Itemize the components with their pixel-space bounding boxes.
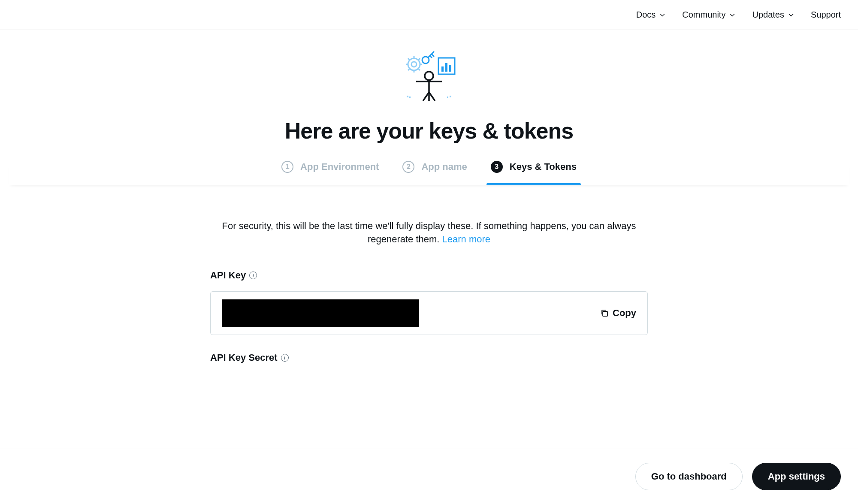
svg-point-0 [408, 58, 420, 70]
api-key-secret-label: API Key Secret [210, 352, 278, 363]
svg-line-12 [432, 54, 434, 57]
api-key-label-row: API Key i [210, 270, 648, 281]
step-number: 2 [402, 161, 414, 173]
step-app-environment[interactable]: 1 App Environment [281, 161, 379, 185]
top-nav: Docs Community Updates Support [0, 0, 858, 30]
hero-illustration [9, 45, 849, 105]
step-app-name[interactable]: 2 App name [402, 161, 467, 185]
svg-rect-17 [449, 65, 451, 72]
step-label: App name [421, 161, 467, 172]
svg-rect-26 [447, 97, 448, 98]
svg-rect-15 [441, 66, 444, 72]
api-key-redacted-value [222, 299, 419, 327]
nav-support[interactable]: Support [811, 10, 841, 20]
nav-updates-label: Updates [752, 10, 784, 20]
page-title: Here are your keys & tokens [9, 118, 849, 144]
copy-label: Copy [613, 308, 636, 319]
svg-point-10 [422, 57, 429, 63]
chevron-down-icon [730, 12, 735, 18]
step-number: 3 [491, 161, 503, 173]
info-icon[interactable]: i [281, 354, 289, 362]
api-key-label: API Key [210, 270, 246, 281]
hero-section: Here are your keys & tokens 1 App Enviro… [0, 30, 858, 185]
svg-rect-27 [603, 311, 607, 316]
content-section: For security, this will be the last time… [202, 185, 656, 441]
svg-line-8 [418, 69, 420, 70]
security-text: For security, this will be the last time… [222, 220, 636, 244]
nav-updates[interactable]: Updates [752, 10, 794, 20]
svg-rect-23 [407, 96, 408, 97]
step-label: Keys & Tokens [510, 161, 577, 172]
api-key-secret-section: API Key Secret i [210, 352, 648, 363]
svg-point-9 [411, 62, 417, 67]
svg-rect-16 [445, 63, 447, 72]
svg-line-21 [423, 92, 429, 101]
step-keys-tokens[interactable]: 3 Keys & Tokens [491, 161, 577, 185]
nav-docs[interactable]: Docs [636, 10, 665, 20]
chevron-down-icon [789, 12, 794, 18]
info-icon[interactable]: i [249, 272, 257, 279]
svg-line-6 [418, 58, 420, 60]
copy-icon [601, 309, 608, 317]
nav-docs-label: Docs [636, 10, 656, 20]
svg-rect-24 [409, 97, 411, 98]
api-key-section: API Key i Copy [210, 270, 648, 335]
keys-tokens-illustration-icon [399, 45, 459, 105]
svg-line-13 [430, 56, 432, 58]
chevron-down-icon [660, 12, 665, 18]
step-label: App Environment [300, 161, 379, 172]
svg-line-5 [408, 58, 410, 60]
svg-point-18 [425, 72, 433, 80]
step-number: 1 [281, 161, 293, 173]
stepper: 1 App Environment 2 App name 3 Keys & To… [9, 161, 849, 185]
svg-line-22 [429, 92, 435, 101]
nav-support-label: Support [811, 10, 841, 20]
svg-line-7 [408, 69, 410, 70]
api-key-secret-label-row: API Key Secret i [210, 352, 648, 363]
security-notice: For security, this will be the last time… [210, 220, 648, 246]
nav-community[interactable]: Community [682, 10, 735, 20]
copy-api-key-button[interactable]: Copy [601, 308, 636, 319]
svg-rect-25 [450, 96, 451, 97]
api-key-box: Copy [210, 291, 648, 335]
nav-community-label: Community [682, 10, 725, 20]
learn-more-link[interactable]: Learn more [442, 234, 491, 244]
